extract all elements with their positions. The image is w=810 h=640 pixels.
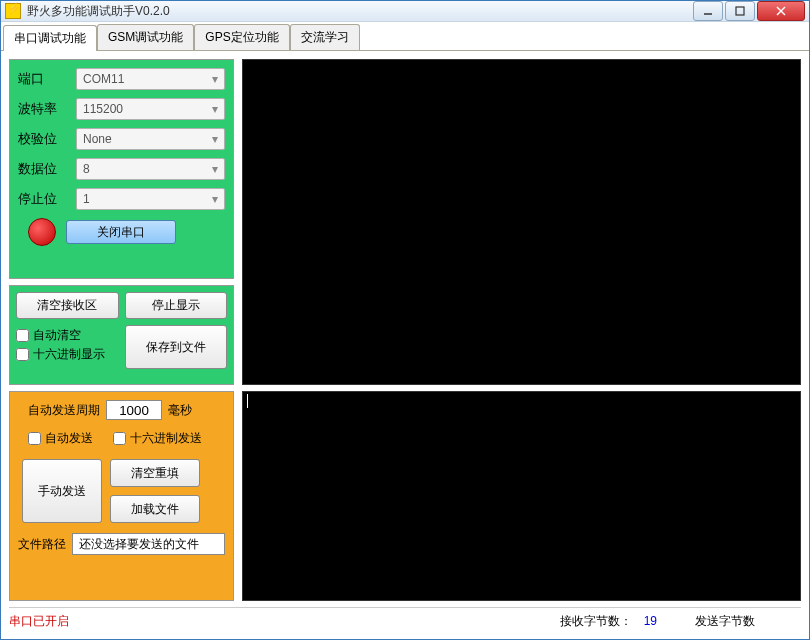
port-status-text: 串口已开启	[9, 613, 69, 630]
baud-value: 115200	[83, 102, 123, 116]
auto-send-checkbox[interactable]	[28, 432, 41, 445]
auto-clear-label: 自动清空	[33, 327, 81, 344]
send-control-panel: 自动发送周期 毫秒 自动发送 十六进制发送 清空重填 手动发送 加载文件	[9, 391, 234, 601]
auto-send-label: 自动发送	[45, 430, 93, 447]
parity-value: None	[83, 132, 112, 146]
filepath-label: 文件路径	[18, 536, 66, 553]
status-led-icon	[28, 218, 56, 246]
status-bar: 串口已开启 接收字节数： 19 发送字节数	[9, 607, 801, 631]
auto-clear-checkbox[interactable]	[16, 329, 29, 342]
titlebar: 野火多功能调试助手V0.2.0	[1, 1, 809, 22]
app-icon	[5, 3, 21, 19]
stop-display-button[interactable]: 停止显示	[125, 292, 228, 319]
baud-combo[interactable]: 115200	[76, 98, 225, 120]
serial-config-panel: 端口 COM11 波特率 115200 校验位 None 数据位 8 停止位 1	[9, 59, 234, 279]
databits-value: 8	[83, 162, 90, 176]
parity-label: 校验位	[18, 130, 66, 148]
clear-fill-button[interactable]: 清空重填	[110, 459, 200, 487]
minimize-button[interactable]	[693, 1, 723, 21]
baud-label: 波特率	[18, 100, 66, 118]
tx-bytes: 发送字节数	[695, 613, 771, 630]
send-textarea[interactable]	[242, 391, 801, 601]
window-controls	[693, 1, 805, 21]
parity-combo[interactable]: None	[76, 128, 225, 150]
rx-label: 接收字节数：	[560, 614, 632, 628]
filepath-value: 还没选择要发送的文件	[79, 536, 199, 553]
hex-display-checkbox[interactable]	[16, 348, 29, 361]
stopbits-combo[interactable]: 1	[76, 188, 225, 210]
ms-label: 毫秒	[168, 402, 192, 419]
hex-display-label: 十六进制显示	[33, 346, 105, 363]
tab-serial[interactable]: 串口调试功能	[3, 25, 97, 51]
minimize-icon	[703, 6, 713, 16]
tab-learn[interactable]: 交流学习	[290, 24, 360, 50]
window-title: 野火多功能调试助手V0.2.0	[27, 3, 693, 20]
hex-send-label: 十六进制发送	[130, 430, 202, 447]
svg-rect-1	[736, 7, 744, 15]
app-window: 野火多功能调试助手V0.2.0 串口调试功能 GSM调试功能 GPS定位功能 交…	[0, 0, 810, 640]
content-area: 端口 COM11 波特率 115200 校验位 None 数据位 8 停止位 1	[1, 51, 809, 639]
auto-period-input[interactable]	[106, 400, 162, 420]
stopbits-label: 停止位	[18, 190, 66, 208]
databits-label: 数据位	[18, 160, 66, 178]
text-cursor-icon	[247, 394, 248, 408]
stopbits-value: 1	[83, 192, 90, 206]
close-port-button[interactable]: 关闭串口	[66, 220, 176, 244]
hex-send-checkbox[interactable]	[113, 432, 126, 445]
save-to-file-button[interactable]: 保存到文件	[125, 325, 228, 369]
auto-period-label: 自动发送周期	[28, 402, 100, 419]
clear-receive-button[interactable]: 清空接收区	[16, 292, 119, 319]
tx-label: 发送字节数	[695, 614, 755, 628]
port-value: COM11	[83, 72, 124, 86]
rx-bytes: 接收字节数： 19	[560, 613, 665, 630]
port-combo[interactable]: COM11	[76, 68, 225, 90]
databits-combo[interactable]: 8	[76, 158, 225, 180]
receive-control-panel: 清空接收区 停止显示 自动清空 十六进制显示 保存到文件	[9, 285, 234, 385]
maximize-icon	[735, 6, 745, 16]
close-button[interactable]	[757, 1, 805, 21]
load-file-button[interactable]: 加载文件	[110, 495, 200, 523]
close-icon	[776, 6, 786, 16]
filepath-display: 还没选择要发送的文件	[72, 533, 225, 555]
manual-send-button[interactable]: 手动发送	[22, 459, 102, 523]
maximize-button[interactable]	[725, 1, 755, 21]
port-label: 端口	[18, 70, 66, 88]
tab-gps[interactable]: GPS定位功能	[194, 24, 289, 50]
tab-gsm[interactable]: GSM调试功能	[97, 24, 194, 50]
receive-textarea[interactable]	[242, 59, 801, 385]
tab-strip: 串口调试功能 GSM调试功能 GPS定位功能 交流学习	[1, 22, 809, 51]
rx-count: 19	[644, 614, 657, 628]
